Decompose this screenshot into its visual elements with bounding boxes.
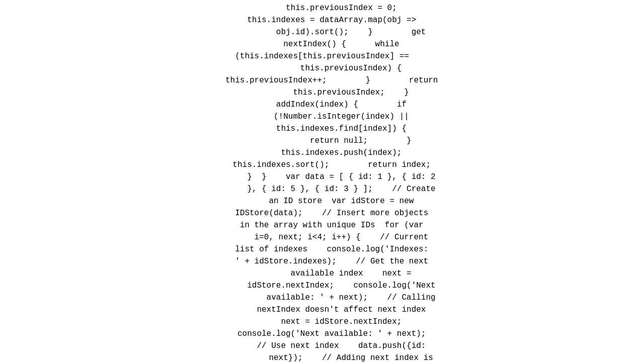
code-block: this.previousIndex = 0; this.indexes = d… <box>206 0 438 362</box>
code-container: this.previousIndex = 0; this.indexes = d… <box>0 0 644 362</box>
